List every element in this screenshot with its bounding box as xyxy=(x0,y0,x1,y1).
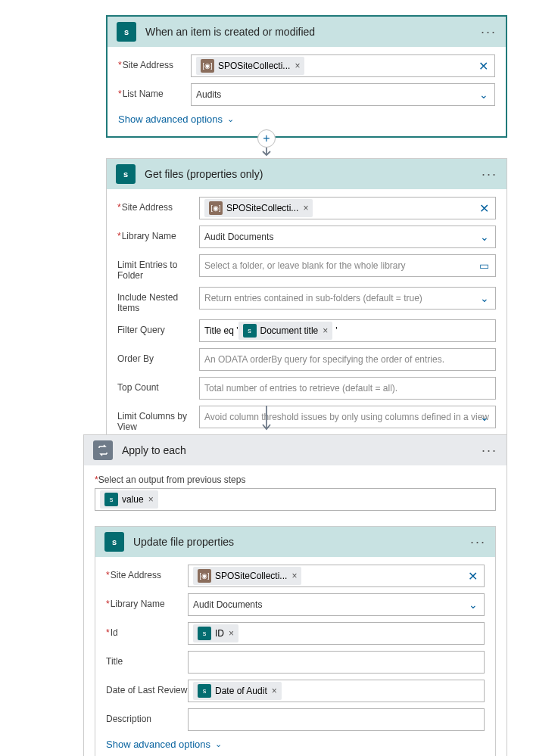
clear-icon[interactable]: ✕ xyxy=(478,59,488,73)
trigger-menu[interactable]: ··· xyxy=(481,24,497,40)
filter-query-input[interactable]: Title eq ' s Document title × ' xyxy=(199,319,496,342)
update-title: Update file properties xyxy=(133,536,470,548)
sharepoint-icon: s xyxy=(198,627,211,640)
env-icon: [◉] xyxy=(201,59,214,73)
chevron-down-icon[interactable]: ⌄ xyxy=(480,411,489,423)
limit-folder-label: Limit Entries to Folder xyxy=(117,254,199,281)
chevron-down-icon[interactable]: ⌄ xyxy=(480,231,489,243)
update-menu[interactable]: ··· xyxy=(470,534,486,550)
filter-token-pill: s Document title × xyxy=(238,322,333,340)
site-pill: [◉] SPOSiteCollecti... × xyxy=(204,199,313,217)
title-label: Title xyxy=(106,651,188,667)
site-address-label: Site Address xyxy=(117,197,199,213)
value-pill: s value × xyxy=(100,490,158,509)
top-count-label: Top Count xyxy=(117,377,199,393)
connector-arrow xyxy=(259,406,274,433)
date-label: Date of Last Review xyxy=(106,680,188,695)
list-name-select[interactable]: Audits ⌄ xyxy=(191,83,495,106)
sharepoint-icon: s xyxy=(117,22,136,42)
sharepoint-icon: s xyxy=(243,324,257,338)
library-name-select[interactable]: Audit Documents ⌄ xyxy=(188,593,485,616)
site-address-label: Site Address xyxy=(106,565,188,580)
apply-menu[interactable]: ··· xyxy=(482,443,497,459)
library-name-label: Library Name xyxy=(106,593,188,609)
limit-cols-label: Limit Columns by View xyxy=(117,406,199,432)
chevron-down-icon[interactable]: ⌄ xyxy=(479,89,488,101)
limit-cols-placeholder: Avoid column threshold issues by only us… xyxy=(204,412,491,422)
env-icon: [◉] xyxy=(209,201,223,215)
library-name-select[interactable]: Audit Documents ⌄ xyxy=(199,226,496,248)
pill-close-icon[interactable]: × xyxy=(303,203,308,213)
filter-suffix: ' xyxy=(335,325,337,336)
nested-label: Include Nested Items xyxy=(117,287,199,313)
show-advanced-link[interactable]: Show advanced options⌄ xyxy=(106,739,222,750)
id-input[interactable]: s ID × xyxy=(188,622,485,645)
sharepoint-icon: s xyxy=(116,164,136,184)
id-label: Id xyxy=(106,622,188,638)
folder-icon[interactable]: ▭ xyxy=(479,260,489,272)
getfiles-title: Get files (properties only) xyxy=(145,168,482,180)
filter-query-label: Filter Query xyxy=(117,319,199,335)
trigger-header[interactable]: s When an item is created or modified ··… xyxy=(108,17,506,47)
order-by-input[interactable]: An ODATA orderBy query for specifying th… xyxy=(199,348,496,371)
site-address-input[interactable]: [◉] SPOSiteCollecti... × ✕ xyxy=(188,565,485,587)
getfiles-header[interactable]: s Get files (properties only) ··· xyxy=(107,159,507,189)
library-value: Audit Documents xyxy=(204,232,491,242)
getfiles-menu[interactable]: ··· xyxy=(482,166,497,182)
clear-icon[interactable]: ✕ xyxy=(479,201,489,216)
sharepoint-icon: s xyxy=(104,532,124,552)
limit-folder-input[interactable]: Select a folder, or leave blank for the … xyxy=(199,254,496,277)
list-value: Audits xyxy=(196,89,490,100)
select-output-label: Select an output from previous steps xyxy=(95,474,496,485)
nested-placeholder: Return entries contained in sub-folders … xyxy=(204,293,491,303)
select-output-input[interactable]: s value × xyxy=(95,488,496,511)
list-name-label: List Name xyxy=(118,83,191,99)
pill-close-icon[interactable]: × xyxy=(295,61,300,71)
sharepoint-icon: s xyxy=(104,493,118,506)
date-token: Date of Audit xyxy=(215,686,267,696)
trigger-title: When an item is created or modified xyxy=(145,26,481,38)
site-value: SPOSiteCollecti... xyxy=(218,61,290,71)
order-by-placeholder: An ODATA orderBy query for specifying th… xyxy=(204,354,491,365)
nested-select[interactable]: Return entries contained in sub-folders … xyxy=(199,287,496,310)
chevron-down-icon: ⌄ xyxy=(215,739,222,749)
id-pill: s ID × xyxy=(193,624,238,642)
site-address-input[interactable]: [◉] SPOSiteCollecti... × ✕ xyxy=(191,54,495,77)
pill-close-icon[interactable]: × xyxy=(148,494,154,505)
date-input[interactable]: s Date of Audit × xyxy=(188,680,485,702)
limit-cols-select[interactable]: Avoid column threshold issues by only us… xyxy=(199,406,496,428)
date-pill: s Date of Audit × xyxy=(193,682,282,700)
add-step-button[interactable]: + xyxy=(257,129,276,148)
clear-icon[interactable]: ✕ xyxy=(468,569,478,583)
filter-prefix: Title eq ' xyxy=(204,325,238,336)
pill-close-icon[interactable]: × xyxy=(291,571,297,581)
description-input[interactable] xyxy=(188,708,485,731)
env-icon: [◉] xyxy=(198,569,211,583)
pill-close-icon[interactable]: × xyxy=(323,325,328,336)
site-value: SPOSiteCollecti... xyxy=(215,571,287,581)
update-header[interactable]: s Update file properties ··· xyxy=(95,527,495,557)
chevron-down-icon[interactable]: ⌄ xyxy=(480,292,489,304)
top-count-placeholder: Total number of entries to retrieve (def… xyxy=(204,383,491,394)
order-by-label: Order By xyxy=(117,348,199,364)
pill-close-icon[interactable]: × xyxy=(272,686,277,696)
site-address-input[interactable]: [◉] SPOSiteCollecti... × ✕ xyxy=(199,197,496,219)
apply-header[interactable]: Apply to each ··· xyxy=(84,435,507,465)
connector-arrow xyxy=(259,148,274,158)
top-count-input[interactable]: Total number of entries to retrieve (def… xyxy=(199,377,496,400)
library-name-label: Library Name xyxy=(117,226,199,241)
loop-icon xyxy=(93,440,113,460)
chevron-down-icon[interactable]: ⌄ xyxy=(469,599,478,611)
title-input[interactable] xyxy=(188,651,485,674)
apply-title: Apply to each xyxy=(122,444,482,456)
site-value: SPOSiteCollecti... xyxy=(226,203,298,213)
pill-close-icon[interactable]: × xyxy=(229,628,234,639)
filter-token: Document title xyxy=(260,325,319,336)
getfiles-card: s Get files (properties only) ··· Site A… xyxy=(106,158,507,463)
site-address-label: Site Address xyxy=(118,54,191,70)
sharepoint-icon: s xyxy=(198,684,211,698)
limit-folder-placeholder: Select a folder, or leave blank for the … xyxy=(204,260,491,271)
site-pill: [◉] SPOSiteCollecti... × xyxy=(193,567,301,585)
show-advanced-link[interactable]: Show advanced options⌄ xyxy=(118,114,234,125)
trigger-card: s When an item is created or modified ··… xyxy=(106,15,507,138)
